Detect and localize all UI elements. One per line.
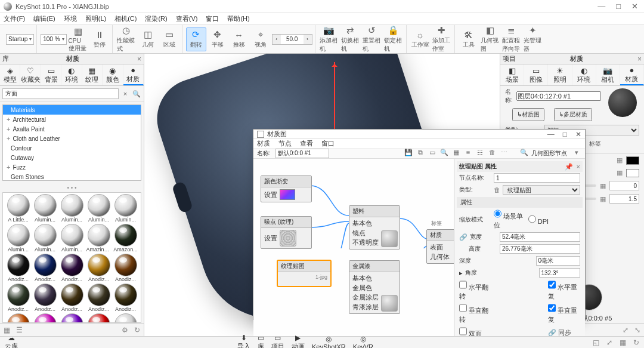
tumble-button[interactable]: ⟳翻转 — [186, 27, 206, 51]
material-swatch[interactable]: Anodiz... — [5, 254, 31, 282]
menu-edit[interactable]: 编辑(E) — [33, 14, 55, 23]
subtab-labels[interactable]: 标签 — [589, 140, 601, 151]
min-button[interactable]: — — [597, 2, 605, 11]
flip-v-check[interactable] — [459, 303, 467, 313]
keyvr-button[interactable]: ◎KeyVR — [353, 335, 373, 349]
ptab-material[interactable]: ●材质 — [620, 64, 644, 85]
tool-copy-icon[interactable]: ⧉ — [416, 149, 425, 158]
menu-window[interactable]: 窗口 — [206, 14, 219, 23]
menu-file[interactable]: 文件(F) — [4, 14, 25, 23]
library-button[interactable]: ▭库 — [258, 334, 264, 348]
specular-swatch[interactable] — [626, 169, 639, 177]
pause-button[interactable]: ⏸暂停 — [89, 27, 110, 51]
material-swatch[interactable]: Anodiz... — [59, 254, 85, 282]
material-swatch[interactable]: Anodiz... — [113, 284, 138, 312]
tex-icon[interactable]: ▦ — [600, 195, 606, 203]
tab-backgrounds[interactable]: ▭背景 — [41, 64, 61, 85]
node-color-gradient[interactable]: 颜色渐变 设置 — [261, 175, 312, 202]
max-button[interactable]: □ — [616, 2, 621, 11]
material-name-input[interactable] — [516, 91, 601, 101]
tab-materials[interactable]: ●材质 — [123, 64, 144, 85]
tool-save-icon[interactable]: 💾 — [404, 149, 413, 158]
tab-textures[interactable]: ▦纹理 — [82, 64, 103, 85]
material-swatch[interactable]: Alumin... — [113, 194, 138, 223]
ptab-camera[interactable]: 📷相机 — [596, 64, 620, 85]
drag-handle[interactable]: • • • — [0, 183, 144, 192]
material-swatch[interactable]: Anodiz... — [86, 254, 112, 282]
graph-menu-view[interactable]: 查看 — [300, 139, 313, 148]
roughness-input[interactable] — [609, 181, 639, 190]
material-swatch[interactable]: Alumin... — [59, 224, 85, 252]
graph-max-button[interactable]: □ — [563, 130, 567, 138]
geometry-view-button[interactable]: ◧几何视图 — [480, 27, 500, 51]
tab-environments[interactable]: ◐环境 — [61, 64, 82, 85]
refresh-viewport-icon[interactable]: ↻ — [633, 338, 639, 347]
refresh-icon[interactable]: ↻ — [134, 326, 140, 334]
menu-camera[interactable]: 相机(C) — [114, 14, 137, 23]
node-noise[interactable]: 噪点 (纹理) 设置 — [261, 216, 312, 249]
material-swatch[interactable]: Anodiz... — [5, 313, 31, 323]
radio-dpi[interactable] — [528, 214, 536, 224]
collapse-icon[interactable]: ⤡ — [634, 326, 640, 334]
material-tree[interactable]: Materials+Architectural+Axalta Paint+Clo… — [2, 104, 141, 181]
ptab-lighting[interactable]: ☀照明 — [548, 64, 572, 85]
material-swatch[interactable]: Anodiz... — [32, 284, 58, 312]
grid-overlay-icon[interactable]: ▦ — [620, 338, 626, 347]
lock-camera-button[interactable]: 🔒锁定相机 — [383, 27, 404, 51]
trash-icon[interactable]: 🗑 — [494, 186, 500, 193]
material-swatch[interactable]: Amazing... — [86, 224, 112, 252]
diffuse-swatch[interactable] — [626, 156, 639, 165]
graph-menu-material[interactable]: 材质 — [257, 139, 270, 148]
menu-lighting[interactable]: 照明(L) — [85, 14, 106, 23]
material-swatch[interactable]: Anodiz... — [32, 254, 58, 282]
list-view-icon[interactable]: ☰ — [16, 326, 23, 334]
close-button[interactable]: ✕ — [631, 2, 638, 11]
tool-zoom-icon[interactable]: 🔍 — [439, 149, 449, 158]
node-name-input[interactable] — [494, 173, 580, 183]
material-swatch[interactable]: Alumin... — [86, 194, 112, 223]
link-icon[interactable]: 🔗 — [459, 233, 467, 241]
switch-camera-button[interactable]: ⇄切换相机 — [340, 27, 361, 51]
material-swatch[interactable]: Alumin... — [5, 224, 31, 252]
graph-close-button[interactable]: ✕ — [575, 130, 581, 138]
material-swatch[interactable]: Anodiz... — [113, 313, 138, 323]
graph-name-input[interactable] — [275, 149, 329, 158]
library-search-input[interactable] — [2, 88, 119, 99]
pan-button[interactable]: ✥平移 — [208, 27, 228, 51]
ptab-image[interactable]: ▭图像 — [524, 64, 548, 85]
tree-item[interactable]: +Axalta Paint — [3, 124, 141, 134]
param-input[interactable] — [609, 194, 639, 204]
material-swatch[interactable]: Alumin... — [59, 194, 85, 223]
tab-favorites[interactable]: ♡收藏夹 — [20, 64, 41, 85]
angle-input[interactable] — [539, 268, 581, 278]
tool-fit-icon[interactable]: ▭ — [428, 149, 437, 158]
tool-delete-icon[interactable]: 🗑 — [487, 149, 497, 158]
spin-up[interactable]: › — [304, 35, 312, 44]
fov-input[interactable] — [281, 35, 304, 44]
graph-menu-window[interactable]: 窗口 — [321, 139, 335, 148]
screenshot-icon[interactable]: ◱ — [593, 338, 599, 347]
spin-down[interactable]: ‹ — [273, 35, 281, 44]
configurator-button[interactable]: ≣配置程序向导 — [501, 27, 522, 51]
tree-item[interactable]: +Architectural — [3, 115, 141, 124]
tree-item[interactable]: Materials — [3, 105, 141, 115]
tex-icon[interactable]: ▦ — [617, 169, 623, 177]
material-swatch[interactable]: Anodiz... — [86, 284, 112, 312]
tool-more-icon[interactable]: ⋯ — [499, 149, 509, 158]
add-camera-button[interactable]: 📷添加相机 — [319, 27, 339, 51]
ptab-environment[interactable]: ◐环境 — [572, 64, 596, 85]
tree-item[interactable]: Contour — [3, 143, 141, 153]
menu-help[interactable]: 帮助(H) — [227, 14, 249, 23]
material-swatch[interactable]: A Little... — [5, 194, 31, 223]
height-input[interactable] — [500, 244, 580, 254]
tool-search-icon[interactable]: 🔍 — [519, 149, 529, 158]
material-swatch[interactable]: Anodiz... — [59, 284, 85, 312]
cloud-library-button[interactable]: ☁云库 — [5, 334, 18, 348]
zoom-combo[interactable]: 100 % — [41, 34, 66, 45]
tool-grid-icon[interactable]: ▦ — [451, 149, 461, 158]
material-graph-button[interactable]: ↳材质图 — [512, 108, 544, 121]
light-manager-button[interactable]: ✦光管理器 — [523, 27, 543, 51]
expand-icon[interactable]: ⤢ — [623, 326, 628, 334]
search-clear-icon[interactable]: × — [120, 90, 130, 97]
animation-button[interactable]: ▶动画 — [292, 334, 305, 348]
